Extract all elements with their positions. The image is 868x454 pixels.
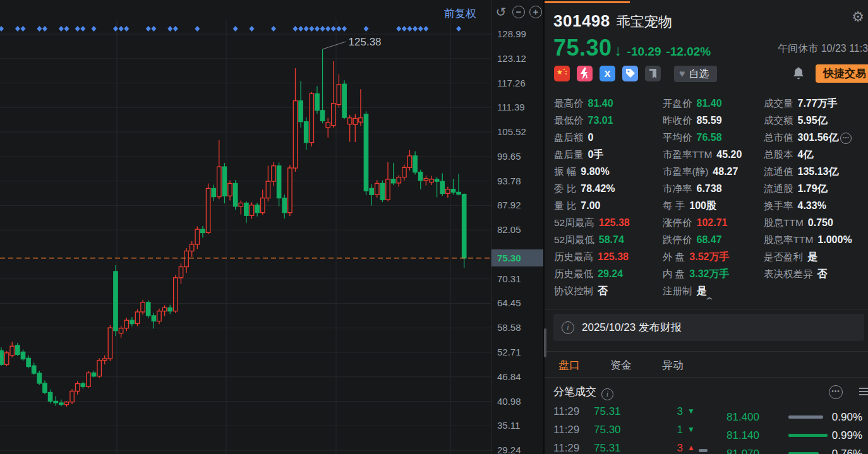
stat-row: 内 盘3.32万手 — [663, 265, 742, 282]
tag-icon[interactable] — [622, 66, 638, 81]
stat-label: 昨收价 — [663, 115, 692, 126]
stat-label: 最高价 — [554, 98, 584, 109]
down-arrow-icon: ↓ — [615, 42, 622, 59]
trade-time: 11:29 — [553, 405, 579, 417]
stat-label: 成交量 — [764, 98, 793, 109]
stat-value: 1.000% — [817, 234, 852, 245]
stock-code: 301498 — [553, 11, 610, 30]
stat-label: 流通值 — [764, 166, 793, 177]
pv-percent: 0.76% — [818, 445, 862, 454]
pv-percent: 0.99% — [818, 426, 862, 445]
stat-label: 总股本 — [764, 149, 793, 160]
y-axis-tick: 82.05 — [497, 224, 521, 235]
tape-row[interactable]: 11:2975.313▼ — [553, 402, 579, 421]
trade-time: 11:29 — [553, 442, 579, 454]
weekly-candlestick-chart[interactable]: 125.38 — [0, 0, 491, 454]
pv-percent: 0.90% — [818, 408, 862, 426]
stat-row: 52周最高125.38 — [554, 214, 630, 231]
y-axis-tick: 40.98 — [497, 396, 521, 407]
trade-direction-icon: ▼ — [687, 402, 695, 421]
stat-row: 量 比7.00 — [554, 197, 630, 214]
stat-row: 振 幅9.80% — [554, 163, 630, 180]
stat-value: 1.79亿 — [798, 183, 828, 194]
stat-value: 135.13亿 — [798, 166, 839, 177]
trade-direction-icon: ▲ — [687, 439, 695, 454]
y-axis-tick: 64.45 — [497, 297, 521, 308]
svg-text:1: 1 — [585, 73, 588, 80]
stat-row: 流通值135.13亿 — [764, 163, 852, 180]
stat-label: 振 幅 — [554, 166, 576, 177]
stat-value: 否 — [598, 285, 608, 296]
stat-row: 成交额5.95亿 — [764, 112, 852, 129]
last-price: 75.30 — [553, 35, 612, 61]
stat-label: 股息TTM — [764, 217, 804, 228]
stat-row: 市盈率TTM45.20 — [663, 146, 742, 163]
quick-trade-button[interactable]: 快捷交易 — [816, 64, 868, 83]
stats-column-2: 开盘价81.40昨收价85.59平均价76.58市盈率TTM45.20市盈率(静… — [663, 95, 742, 299]
stat-value: 9.80% — [581, 166, 609, 177]
trade-direction-icon: ▼ — [687, 421, 695, 439]
panel-scrollbar[interactable] — [544, 328, 546, 357]
divider — [545, 309, 868, 310]
stat-row: 流通股1.79亿 — [764, 180, 852, 197]
stat-value: 100股 — [689, 200, 716, 211]
stat-label: 成交额 — [764, 115, 793, 126]
y-axis-tick: 111.39 — [497, 102, 525, 112]
stat-row: 总股本4亿 — [764, 146, 852, 163]
stat-row: 跌停价68.47 — [663, 231, 742, 248]
stat-value: 是 — [697, 285, 707, 296]
y-axis-tick: 58.58 — [497, 322, 521, 333]
stat-label: 注册制 — [663, 285, 692, 296]
price-axis[interactable]: 75.30 128.99123.12117.26111.39105.5299.6… — [491, 0, 544, 454]
stat-row: 成交量7.77万手 — [764, 95, 852, 112]
note-icon[interactable] — [645, 66, 661, 81]
stat-label: 最低价 — [554, 115, 584, 126]
stat-label: 盘后量 — [554, 149, 584, 160]
stat-label: 市盈率TTM — [663, 149, 712, 160]
stat-value: 85.59 — [697, 115, 722, 126]
stat-row: 总市值301.56亿••• — [764, 129, 852, 146]
margin-trading-icon[interactable]: X — [600, 66, 615, 81]
more-info-icon[interactable]: ••• — [840, 133, 852, 144]
list-view-icon[interactable] — [859, 386, 868, 397]
stat-label: 平均价 — [663, 132, 692, 143]
y-axis-tick: 46.84 — [497, 371, 521, 382]
trading-app-window: 125.38 前复权 ↺ − + 75.30 128.99123.12117.2… — [0, 0, 868, 454]
collapse-stats-chevron-icon[interactable]: ⌃ — [703, 296, 715, 306]
alert-bell-icon[interactable] — [792, 66, 805, 83]
level1-quote-icon[interactable]: 1 — [577, 66, 593, 81]
stat-label: 总市值 — [764, 132, 793, 143]
more-options-icon[interactable]: ••• — [829, 385, 843, 399]
stat-row: 股息率TTM1.000% — [764, 231, 852, 248]
info-icon[interactable]: i — [601, 388, 613, 400]
add-watchlist-button[interactable]: ♥自选 — [674, 66, 717, 82]
stat-value: 0.750 — [808, 217, 833, 228]
divider — [545, 377, 868, 378]
stat-value: 0手 — [588, 149, 604, 160]
stat-label: 是否盈利 — [764, 251, 803, 262]
session-status: 午间休市 10/23 11:30 — [778, 42, 868, 56]
tape-row[interactable]: 11:2975.301▼ — [553, 421, 579, 439]
stat-label: 涨停价 — [663, 217, 692, 228]
stock-header: 301498乖宝宠物 — [553, 11, 863, 32]
stat-label: 外 盘 — [663, 251, 685, 262]
tab-异动[interactable]: 异动 — [662, 356, 684, 375]
adjust-mode-selector[interactable]: 前复权 — [444, 6, 476, 21]
y-axis-tick: 93.78 — [497, 176, 521, 186]
tape-row[interactable]: 11:2975.313▲ — [553, 439, 579, 454]
news-banner[interactable]: i 2025/10/23 发布财报 — [553, 314, 864, 341]
price-change: -10.29 — [627, 45, 661, 58]
tape-section-header: 分笔成交i — [553, 385, 613, 400]
quote-panel: ⚙ 301498乖宝宠物 75.30↓-10.29-12.02% 午间休市 10… — [543, 0, 868, 454]
tab-盘口[interactable]: 盘口 — [558, 356, 580, 375]
trade-volume: 3 — [636, 402, 683, 421]
divider — [545, 351, 868, 352]
tab-资金[interactable]: 资金 — [610, 356, 632, 375]
stat-row: 历史最高125.38 — [554, 248, 630, 265]
stat-label: 开盘价 — [663, 98, 692, 109]
stat-row: 盘后额0 — [554, 129, 630, 146]
peak-annotation: 125.38 — [349, 36, 382, 48]
stat-row: 52周最低58.74 — [554, 231, 630, 248]
stat-row: 表决权差异否 — [764, 265, 852, 282]
stat-value: 125.38 — [599, 217, 630, 228]
